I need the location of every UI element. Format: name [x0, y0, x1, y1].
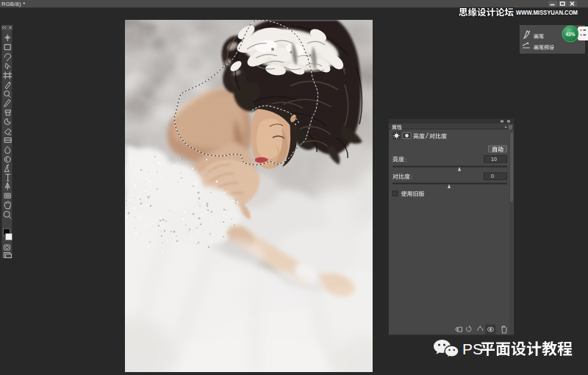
svg-text::: :	[405, 157, 406, 163]
svg-text:0: 0	[491, 174, 494, 179]
svg-text:10: 10	[491, 157, 497, 162]
svg-text::: :	[411, 174, 412, 180]
svg-text:43%: 43%	[565, 32, 575, 37]
svg-text:WWW.MISSYUAN.COM: WWW.MISSYUAN.COM	[516, 9, 578, 16]
svg-text:PS: PS	[462, 340, 483, 357]
